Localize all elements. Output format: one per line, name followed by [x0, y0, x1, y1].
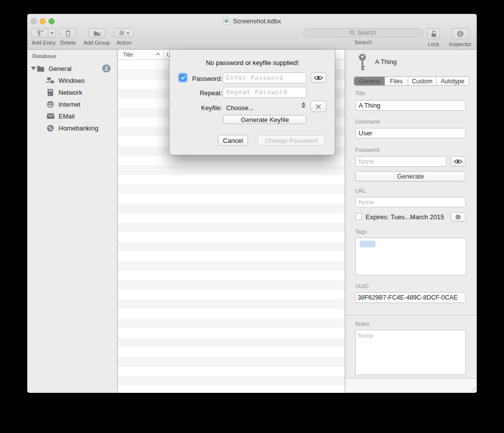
keyfile-popup[interactable]: Choose...: [226, 104, 254, 112]
repeat-label: Repeat:: [188, 89, 222, 97]
notes-field[interactable]: None: [355, 330, 466, 375]
eye-icon: [454, 159, 462, 164]
key-plus-icon: [32, 29, 48, 37]
toolbar-inspector: Inspector: [449, 28, 471, 47]
window-chrome: Screenshot.kdbx Add Entry: [27, 14, 477, 50]
sidebar-item-email[interactable]: EMail: [27, 110, 117, 122]
toolbar-delete: Delete: [60, 28, 76, 46]
magnifier-icon: [350, 30, 355, 36]
sidebar-item-internet[interactable]: Internet: [27, 98, 117, 110]
envelope-icon: [46, 112, 55, 121]
trash-icon: [65, 30, 71, 37]
tags-field[interactable]: [355, 238, 466, 275]
stepper-icon[interactable]: [302, 102, 306, 108]
inspector-panel: A Thing General Files Custom Autotype Ti…: [345, 50, 477, 393]
password-label: Password:: [188, 75, 222, 82]
tab-files[interactable]: Files: [385, 77, 408, 85]
password-field[interactable]: [355, 156, 446, 167]
lock-label: Lock: [428, 41, 439, 47]
generate-password-button[interactable]: Generate: [355, 171, 466, 182]
password-label: Password: [355, 147, 379, 153]
server-icon: [46, 88, 55, 97]
column-header-title[interactable]: Title: [123, 52, 133, 58]
sidebar-item-label: General: [49, 65, 71, 72]
info-circle-icon: [457, 30, 464, 37]
change-password-dialog: No password or keyfile supplied! Passwor…: [169, 50, 335, 155]
checkmark-icon: [181, 75, 186, 80]
url-field[interactable]: [355, 197, 466, 207]
generate-keyfile-button[interactable]: Generate Keyfile: [223, 115, 307, 124]
enter-password-field[interactable]: [223, 72, 307, 83]
resize-grip[interactable]: [471, 387, 476, 392]
inspector-tabs: General Files Custom Autotype: [354, 76, 469, 86]
folder-icon: [36, 64, 45, 73]
tab-custom[interactable]: Custom: [408, 77, 437, 85]
folder-plus-icon: [93, 30, 101, 36]
cancel-button[interactable]: Cancel: [218, 135, 248, 146]
app-window: Screenshot.kdbx Add Entry: [27, 14, 477, 393]
tag-token[interactable]: [360, 241, 376, 247]
sidebar-item-label: Internet: [59, 101, 80, 108]
notes-placeholder: None: [358, 332, 374, 339]
chevron-down-icon: [126, 32, 129, 34]
expires-checkbox[interactable]: [355, 213, 362, 220]
expires-label: Expires: Tues...March 2015: [366, 213, 444, 221]
toolbar-add-entry: Add Entry: [31, 28, 56, 46]
search-label: Search: [355, 39, 372, 45]
inspector-button[interactable]: [452, 28, 469, 39]
sidebar: Database General 2 Windows: [27, 50, 118, 393]
entry-title: A Thing: [375, 58, 397, 65]
toolbar-search: Search Search: [303, 28, 423, 45]
chevron-down-icon: [51, 32, 54, 34]
sidebar-item-label: Windows: [59, 77, 85, 84]
notes-label: Notes: [355, 321, 370, 327]
toolbar-lock: Lock: [427, 28, 440, 47]
key-icon: [359, 54, 366, 71]
add-entry-label: Add Entry: [32, 40, 56, 46]
expires-options-button[interactable]: [450, 212, 466, 222]
add-group-button[interactable]: [89, 28, 105, 38]
keyfile-label: Keyfile:: [188, 104, 222, 112]
url-label: URL: [355, 188, 366, 194]
eye-icon: [314, 75, 323, 81]
document-icon: [223, 18, 230, 25]
open-padlock-icon: [431, 30, 437, 38]
gear-icon: [455, 214, 461, 220]
action-button[interactable]: [114, 28, 134, 38]
reveal-password-button[interactable]: [311, 72, 326, 83]
globe-icon: [46, 100, 55, 109]
sidebar-item-general[interactable]: General 2: [27, 62, 117, 74]
reveal-password-button[interactable]: [450, 156, 466, 167]
add-group-label: Add Group: [83, 40, 110, 46]
add-entry-button[interactable]: [31, 28, 56, 38]
add-entry-dropdown[interactable]: [48, 29, 56, 37]
column-divider[interactable]: [164, 50, 164, 60]
window-title: Screenshot.kdbx: [233, 17, 281, 25]
inspector-footer: [345, 378, 477, 393]
sort-ascending-icon: [156, 53, 160, 56]
toolbar-add-group: Add Group: [82, 28, 111, 46]
disclosure-triangle-icon[interactable]: [31, 67, 36, 70]
tags-label: Tags: [355, 229, 367, 235]
title-field[interactable]: [355, 100, 466, 111]
clear-keyfile-button[interactable]: [311, 101, 326, 112]
sidebar-item-network[interactable]: Network: [27, 86, 117, 98]
username-field[interactable]: [355, 128, 466, 138]
tab-general[interactable]: General: [354, 77, 385, 85]
password-checkbox[interactable]: [179, 74, 187, 81]
sidebar-item-label: Homebanking: [59, 124, 98, 132]
toolbar-action: Action: [114, 28, 134, 46]
search-input[interactable]: Search: [303, 28, 423, 37]
inspector-label: Inspector: [449, 41, 471, 47]
lock-button[interactable]: [427, 28, 440, 39]
change-password-button[interactable]: Change Password: [257, 135, 325, 146]
section-divider: [345, 315, 477, 315]
repeat-password-field[interactable]: [223, 87, 307, 98]
title-label: Title: [355, 90, 365, 96]
sidebar-item-homebanking[interactable]: Homebanking: [27, 122, 117, 134]
close-x-icon: [315, 104, 321, 110]
delete-button[interactable]: [60, 28, 76, 38]
uuid-field[interactable]: [355, 292, 466, 303]
tab-autotype[interactable]: Autotype: [437, 77, 469, 85]
sidebar-item-windows[interactable]: Windows: [27, 74, 117, 86]
